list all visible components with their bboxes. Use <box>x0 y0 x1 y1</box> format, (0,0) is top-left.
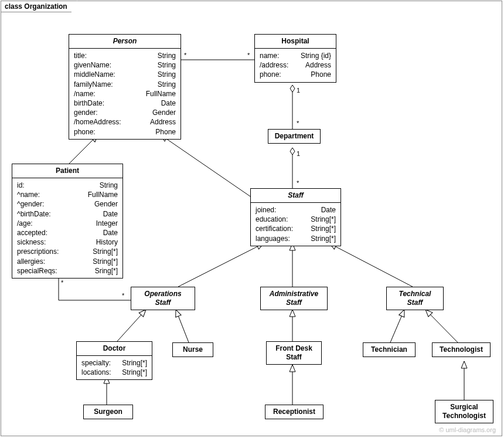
class-technician-title: Technician <box>363 343 415 356</box>
attribute-row: /name:FullName <box>74 89 176 99</box>
mult-dept-staff-top: 1 <box>297 150 300 157</box>
class-hospital: Hospital name:String {id}/address:Addres… <box>254 34 336 83</box>
attribute-row: name:String {id} <box>260 51 331 60</box>
mult-person-hospital-right: * <box>247 52 250 59</box>
class-person: Person title:StringgivenName:Stringmiddl… <box>69 34 181 140</box>
class-surgical-technologist: Surgical Technologist <box>435 400 493 423</box>
attribute-row: allergies:String[*] <box>17 257 118 266</box>
attribute-row: languages:String[*] <box>256 234 336 243</box>
attribute-row: specialReqs:Sring[*] <box>17 266 118 276</box>
attribute-row: accepted:Date <box>17 228 118 237</box>
svg-line-4 <box>161 135 252 198</box>
attribute-row: specialty:String[*] <box>81 358 147 368</box>
attribute-row: /homeAddress:Address <box>74 117 176 127</box>
class-operations-staff: Operations Staff <box>131 287 195 310</box>
attribute-row: joined:Date <box>256 205 336 215</box>
attribute-row: givenName:String <box>74 60 176 70</box>
class-staff-attrs: joined:Dateeducation:String[*]certificat… <box>251 203 340 246</box>
attribute-row: ^name:FullName <box>17 190 118 199</box>
attribute-row: title:String <box>74 51 176 60</box>
class-front-desk-staff: Front Desk Staff <box>266 341 322 365</box>
class-hospital-title: Hospital <box>255 35 336 49</box>
attribute-row: middleName:String <box>74 70 176 79</box>
attribute-row: prescriptions:String[*] <box>17 247 118 256</box>
mult-dept-staff-bot: * <box>297 179 299 186</box>
class-patient: Patient id:String^name:FullName^gender:G… <box>12 164 123 279</box>
attribute-row: phone:Phone <box>260 70 331 79</box>
svg-line-8 <box>117 310 146 341</box>
class-nurse-title: Nurse <box>173 343 213 356</box>
class-receptionist: Receptionist <box>265 405 323 419</box>
class-department-title: Department <box>268 130 320 143</box>
frame-title: class Organization <box>1 1 77 12</box>
class-technical-staff: Technical Staff <box>386 287 444 310</box>
class-nurse: Nurse <box>172 342 213 357</box>
attribute-row: ^birthDate:Date <box>17 209 118 219</box>
svg-line-5 <box>178 243 264 287</box>
class-receptionist-title: Receptionist <box>265 405 323 419</box>
class-doctor-attrs: specialty:String[*]locations:String[*] <box>77 356 152 379</box>
attribute-row: familyName:String <box>74 80 176 89</box>
attribute-row: certification:String[*] <box>256 224 336 233</box>
attribute-row: /address:Address <box>260 60 331 70</box>
class-staff-title: Staff <box>251 189 340 203</box>
class-person-title: Person <box>69 35 181 49</box>
class-patient-attrs: id:String^name:FullName^gender:Gender^bi… <box>12 178 122 278</box>
attribute-row: phone:Phone <box>74 127 176 137</box>
mult-person-hospital-left: * <box>184 52 186 59</box>
mult-patient-ops-left: * <box>61 279 63 286</box>
class-doctor: Doctor specialty:String[*]locations:Stri… <box>76 341 152 380</box>
svg-line-7 <box>329 243 413 287</box>
mult-patient-ops-right: * <box>122 292 124 299</box>
class-technician: Technician <box>363 342 416 357</box>
class-surgeon-title: Surgeon <box>84 405 132 419</box>
svg-line-11 <box>390 310 404 342</box>
class-patient-title: Patient <box>12 164 122 178</box>
class-department: Department <box>268 129 321 144</box>
attribute-row: birthDate:Date <box>74 99 176 108</box>
attribute-row: ^gender:Gender <box>17 199 118 209</box>
package-frame: class Organization <box>1 1 502 436</box>
mult-hospital-dept-bot: * <box>297 120 299 127</box>
class-administrative-staff-title: Administrative Staff <box>261 287 327 310</box>
class-staff: Staff joined:Dateeducation:String[*]cert… <box>250 188 341 246</box>
class-technologist: Technologist <box>432 342 491 357</box>
attribute-row: /age:Integer <box>17 219 118 228</box>
class-surgical-technologist-title: Surgical Technologist <box>435 400 493 423</box>
class-surgeon: Surgeon <box>83 405 133 419</box>
attribute-row: gender:Gender <box>74 108 176 117</box>
class-operations-staff-title: Operations Staff <box>131 287 195 310</box>
watermark: © uml-diagrams.org <box>439 426 496 433</box>
class-administrative-staff: Administrative Staff <box>260 287 328 310</box>
class-hospital-attrs: name:String {id}/address:Addressphone:Ph… <box>255 49 336 82</box>
svg-line-9 <box>176 310 189 342</box>
attribute-row: id:String <box>17 181 118 190</box>
class-front-desk-staff-title: Front Desk Staff <box>267 342 321 364</box>
mult-hospital-dept-top: 1 <box>297 87 300 94</box>
svg-line-12 <box>425 310 458 342</box>
class-person-attrs: title:StringgivenName:StringmiddleName:S… <box>69 49 181 139</box>
class-doctor-title: Doctor <box>77 342 152 356</box>
attribute-row: education:String[*] <box>256 215 336 224</box>
attribute-row: sickness:History <box>17 237 118 247</box>
class-technical-staff-title: Technical Staff <box>387 287 443 310</box>
class-technologist-title: Technologist <box>433 343 490 356</box>
attribute-row: locations:String[*] <box>81 368 147 377</box>
